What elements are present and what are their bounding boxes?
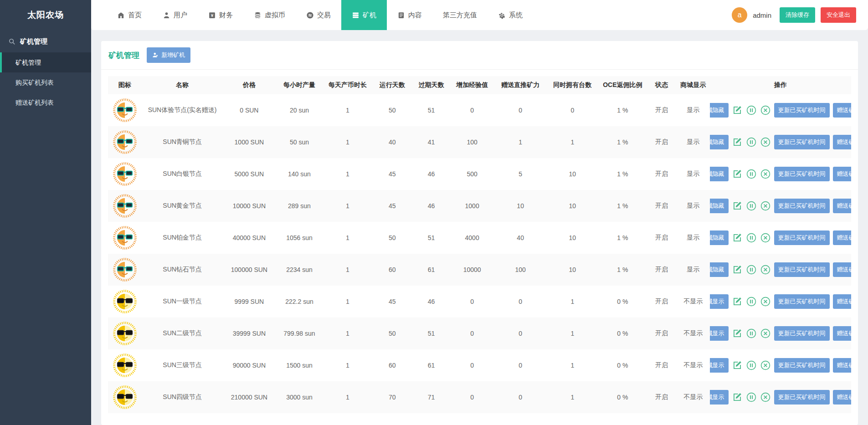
delete-button[interactable] [760, 104, 771, 116]
nav-tab-label: 财务 [219, 11, 233, 20]
nav-tab-7[interactable]: 第三方充值 [432, 0, 488, 30]
nav-tab-0[interactable]: 首页 [107, 0, 152, 30]
cell-name: SUN二级节点 [141, 317, 223, 349]
nav-tab-3[interactable]: 虚拟币 [243, 0, 296, 30]
gift-miner-button[interactable]: 赠送矿机 [833, 167, 852, 181]
edit-button[interactable] [732, 328, 743, 339]
cell-gift_power: 0 [494, 349, 546, 381]
table-row: SUN铂金节点40000 SUN1056 sun15051400040101 %… [108, 222, 851, 254]
mall-toggle-button[interactable]: 商城隐藏 [710, 103, 729, 118]
pause-button[interactable] [746, 296, 757, 307]
update-bought-time-button[interactable]: 更新已买矿机时间 [774, 326, 830, 341]
sidebar-item-1[interactable]: 购买矿机列表 [0, 72, 91, 92]
mall-toggle-button[interactable]: 商城显示 [710, 294, 729, 309]
edit-button[interactable] [732, 104, 743, 116]
pause-button[interactable] [746, 328, 757, 339]
mall-toggle-button[interactable]: 商城显示 [710, 358, 729, 373]
delete-button[interactable] [760, 136, 771, 148]
delete-button[interactable] [760, 264, 771, 276]
mall-toggle-button[interactable]: 商城隐藏 [710, 230, 729, 245]
cell-status: 开启 [647, 254, 676, 286]
nav-tab-6[interactable]: 内容 [387, 0, 432, 30]
gift-miner-button[interactable]: 赠送矿机 [833, 262, 852, 277]
update-bought-time-button[interactable]: 更新已买矿机时间 [774, 294, 830, 309]
sidebar-item-0[interactable]: 矿机管理 [0, 52, 91, 72]
gift-miner-button[interactable]: 赠送矿机 [833, 230, 852, 245]
edit-button[interactable] [732, 136, 743, 148]
column-header: 每小时产量 [275, 76, 324, 94]
cell-oce: 1 % [598, 222, 647, 254]
update-bought-time-button[interactable]: 更新已买矿机时间 [774, 167, 830, 181]
cell-daily: 1 [324, 349, 372, 381]
edit-button[interactable] [732, 200, 743, 212]
mall-toggle-button[interactable]: 商城隐藏 [710, 262, 729, 277]
miner-icon-cell [108, 190, 141, 222]
delete-button[interactable] [760, 296, 771, 307]
pause-button[interactable] [746, 168, 757, 180]
cell-hourly: 1056 sun [275, 222, 324, 254]
edit-button[interactable] [732, 168, 743, 180]
gift-miner-button[interactable]: 赠送矿机 [833, 103, 852, 118]
gift-miner-button[interactable]: 赠送矿机 [833, 358, 852, 373]
miner-icon-cell [108, 317, 141, 349]
username[interactable]: admin [753, 11, 771, 19]
edit-button[interactable] [732, 296, 743, 307]
pause-button[interactable] [746, 232, 757, 244]
update-bought-time-button[interactable]: 更新已买矿机时间 [774, 390, 830, 405]
update-bought-time-button[interactable]: 更新已买矿机时间 [774, 230, 830, 245]
mall-toggle-button[interactable]: 商城显示 [710, 390, 729, 405]
gift-miner-button[interactable]: 赠送矿机 [833, 199, 852, 213]
nav-tab-2[interactable]: ¥财务 [198, 0, 243, 30]
cell-daily: 1 [324, 126, 372, 158]
pause-button[interactable] [746, 200, 757, 212]
edit-button[interactable] [732, 359, 743, 371]
update-bought-time-button[interactable]: 更新已买矿机时间 [774, 135, 830, 149]
mall-toggle-button[interactable]: 商城显示 [710, 326, 729, 341]
gift-miner-button[interactable]: 赠送矿机 [833, 390, 852, 405]
cell-run_days: 70 [372, 381, 413, 413]
update-bought-time-button[interactable]: 更新已买矿机时间 [774, 199, 830, 213]
cell-name: SUN一级节点 [141, 286, 223, 317]
update-bought-time-button[interactable]: 更新已买矿机时间 [774, 262, 830, 277]
gift-miner-button[interactable]: 赠送矿机 [833, 326, 852, 341]
cell-oce: 1 % [598, 190, 647, 222]
update-bought-time-button[interactable]: 更新已买矿机时间 [774, 103, 830, 118]
logout-button[interactable]: 安全退出 [821, 7, 856, 23]
pause-button[interactable] [746, 391, 757, 403]
avatar[interactable]: a [732, 7, 747, 23]
actions-cell: 商城隐藏更新已买矿机时间赠送矿机 [710, 190, 851, 222]
nav-tab-5[interactable]: 矿机 [341, 0, 387, 30]
mall-toggle-button[interactable]: 商城隐藏 [710, 199, 729, 213]
nav-tab-4[interactable]: 交易 [296, 0, 341, 30]
delete-button[interactable] [760, 200, 771, 212]
user-icon [163, 11, 170, 19]
table-row: SUN二级节点39999 SUN799.98 sun150510010 %开启不… [108, 317, 851, 349]
nav-tab-1[interactable]: 用户 [152, 0, 198, 30]
cell-daily: 1 [324, 158, 372, 190]
edit-button[interactable] [732, 232, 743, 244]
clear-cache-button[interactable]: 清除缓存 [780, 7, 815, 23]
nav-tab-8[interactable]: 系统 [488, 0, 533, 30]
delete-button[interactable] [760, 232, 771, 244]
delete-button[interactable] [760, 391, 771, 403]
gift-miner-button[interactable]: 赠送矿机 [833, 294, 852, 309]
delete-button[interactable] [760, 328, 771, 339]
cell-price: 100000 SUN [223, 254, 275, 286]
cell-hourly: 50 sun [275, 126, 324, 158]
sidebar-item-2[interactable]: 赠送矿机列表 [0, 92, 91, 113]
gift-miner-button[interactable]: 赠送矿机 [833, 135, 852, 149]
add-miner-button[interactable]: 新增矿机 [147, 47, 190, 63]
pause-button[interactable] [746, 104, 757, 116]
pause-button[interactable] [746, 264, 757, 276]
pause-button[interactable] [746, 359, 757, 371]
edit-button[interactable] [732, 391, 743, 403]
edit-button[interactable] [732, 264, 743, 276]
mall-toggle-button[interactable]: 商城隐藏 [710, 167, 729, 181]
actions-cell: 商城隐藏更新已买矿机时间赠送矿机 [710, 94, 851, 126]
update-bought-time-button[interactable]: 更新已买矿机时间 [774, 358, 830, 373]
pause-button[interactable] [746, 136, 757, 148]
delete-button[interactable] [760, 168, 771, 180]
sidebar-group-header[interactable]: 矿机管理 [0, 30, 91, 52]
delete-button[interactable] [760, 359, 771, 371]
mall-toggle-button[interactable]: 商城隐藏 [710, 135, 729, 149]
